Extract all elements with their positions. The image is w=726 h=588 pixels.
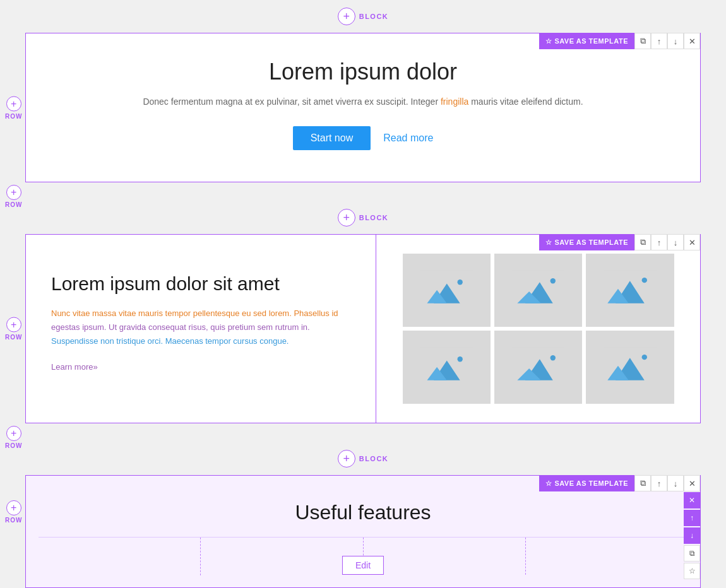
image-cell-2: [494, 254, 582, 327]
row-add-top-btn-2[interactable]: + ROW: [5, 317, 22, 341]
close-btn-3[interactable]: ✕: [684, 475, 700, 491]
block-label-top: BLOCK: [359, 13, 389, 20]
save-template-btn-1[interactable]: ☆ SAVE AS TEMPLATE: [539, 33, 634, 49]
page-wrapper: + BLOCK + ROW ☆ SAVE AS TEMPLATE ⧉ ↑ ↓: [0, 0, 726, 588]
block3-slot-4: [526, 538, 687, 575]
image-cell-5: [494, 331, 582, 404]
mountain-icon-1: [420, 268, 473, 312]
subtitle-orange: fringilla: [441, 97, 468, 107]
mountain-icon-3: [604, 268, 657, 312]
image-cell-4: [403, 331, 491, 404]
star-icon-3: ☆: [545, 479, 552, 488]
block2-toolbar: ☆ SAVE AS TEMPLATE ⧉ ↑ ↓ ✕: [539, 234, 700, 250]
svg-point-15: [457, 356, 462, 362]
row3-wrapper: + ROW ☆ SAVE AS TEMPLATE ⧉ ↑ ↓ ✕ Useful …: [25, 475, 701, 588]
save-template-btn-3[interactable]: ☆ SAVE AS TEMPLATE: [539, 475, 634, 491]
save-template-label-2: SAVE AS TEMPLATE: [554, 238, 628, 246]
down-btn-3[interactable]: ↓: [667, 475, 684, 491]
image-cell-3: [586, 254, 674, 327]
row-add-circle-top-2[interactable]: +: [6, 317, 21, 332]
save-template-label-1: SAVE AS TEMPLATE: [554, 37, 628, 45]
row-label-top-3: ROW: [5, 517, 22, 524]
read-more-link[interactable]: Read more: [383, 132, 433, 144]
block3-container: ☆ SAVE AS TEMPLATE ⧉ ↑ ↓ ✕ Useful featur…: [25, 475, 701, 588]
edit-btn[interactable]: Edit: [342, 556, 384, 575]
row-add-bottom-wrapper-1: + ROW: [25, 182, 701, 201]
row-add-circle-bottom-2[interactable]: +: [6, 426, 21, 441]
block2-left-col: Lorem ipsum dolor sit amet Nunc vitae ma…: [26, 235, 376, 423]
mountain-icon-6: [604, 345, 657, 389]
side-down-btn[interactable]: ↓: [684, 527, 700, 544]
block-separator-mid: + BLOCK: [0, 201, 726, 234]
block-label-mid: BLOCK: [359, 214, 389, 221]
copy-btn-2[interactable]: ⧉: [634, 234, 651, 250]
block3-wrapper: + ROW ☆ SAVE AS TEMPLATE ⧉ ↑ ↓ ✕ Useful …: [25, 475, 701, 588]
add-block-top-btn[interactable]: +: [338, 8, 355, 25]
block-label-lower: BLOCK: [359, 455, 389, 462]
close-btn-2[interactable]: ✕: [684, 234, 700, 250]
star-icon-1: ☆: [545, 37, 552, 45]
block2-title: Lorem ipsum dolor sit amet: [51, 273, 350, 295]
row-label-top: ROW: [5, 112, 22, 119]
up-btn-1[interactable]: ↑: [651, 33, 667, 49]
block3-slot-2: [201, 538, 363, 575]
add-block-lower-btn[interactable]: +: [338, 450, 355, 467]
learn-more-link[interactable]: Learn more»: [51, 362, 98, 372]
mountain-icon-2: [512, 268, 565, 312]
svg-point-23: [642, 355, 647, 360]
row-label-top-2: ROW: [5, 334, 22, 341]
block1-title: Lorem ipsum dolor: [64, 59, 662, 85]
edit-overlay: Edit: [342, 556, 384, 575]
up-btn-2[interactable]: ↑: [651, 234, 667, 250]
row-add-circle-bottom-1[interactable]: +: [6, 185, 21, 200]
block1-container: ☆ SAVE AS TEMPLATE ⧉ ↑ ↓ ✕ Lorem ipsum d…: [25, 33, 701, 182]
block3-slot-1: [39, 538, 201, 575]
block3-slot-3: [364, 538, 526, 575]
text-purple: egestas ipsum. Ut gravida consequat risu…: [51, 322, 310, 332]
start-now-btn[interactable]: Start now: [293, 126, 371, 150]
block1-toolbar: ☆ SAVE AS TEMPLATE ⧉ ↑ ↓ ✕: [539, 33, 700, 49]
block3-toolbar: ☆ SAVE AS TEMPLATE ⧉ ↑ ↓ ✕: [539, 475, 700, 491]
block3-title: Useful features: [39, 501, 687, 524]
side-copy-btn[interactable]: ⧉: [684, 545, 700, 562]
text-blue: Suspendisse non tristique orci. Maecenas…: [51, 336, 289, 346]
svg-point-11: [642, 278, 647, 283]
mountain-icon-5: [512, 345, 565, 389]
image-grid: [403, 254, 674, 404]
side-close-btn[interactable]: ✕: [684, 492, 700, 509]
save-template-btn-2[interactable]: ☆ SAVE AS TEMPLATE: [539, 234, 634, 250]
copy-btn-1[interactable]: ⧉: [634, 33, 651, 49]
block2-right-col: [376, 235, 700, 423]
side-up-btn[interactable]: ↑: [684, 510, 700, 526]
row1-top-wrapper: + ROW ☆ SAVE AS TEMPLATE ⧉ ↑ ↓ ✕ Lorem i…: [25, 33, 701, 182]
mountain-icon-4: [420, 345, 473, 389]
down-btn-1[interactable]: ↓: [667, 33, 684, 49]
block2-wrapper: + ROW ☆ SAVE AS TEMPLATE ⧉ ↑ ↓ ✕ Lo: [25, 234, 701, 442]
row2-top-wrapper: + ROW ☆ SAVE AS TEMPLATE ⧉ ↑ ↓ ✕ Lo: [25, 234, 701, 423]
text-orange: Nunc vitae massa vitae mauris tempor pel…: [51, 309, 338, 318]
svg-point-7: [550, 278, 555, 283]
block-separator-lower: + BLOCK: [0, 442, 726, 475]
block3-side-panel: ✕ ↑ ↓ ⧉ ☆: [684, 492, 700, 579]
block1-wrapper: + ROW ☆ SAVE AS TEMPLATE ⧉ ↑ ↓ ✕ Lorem i…: [25, 33, 701, 201]
svg-point-3: [457, 279, 462, 285]
side-star-btn[interactable]: ☆: [684, 563, 700, 579]
block1-subtitle: Donec fermentum magna at ex pulvinar, si…: [64, 95, 662, 109]
row-add-circle-top-3[interactable]: +: [6, 500, 21, 515]
image-cell-1: [403, 254, 491, 327]
svg-point-19: [550, 355, 555, 360]
block1-buttons: Start now Read more: [64, 126, 662, 150]
row-add-circle-top[interactable]: +: [6, 96, 21, 111]
block2-text: Nunc vitae massa vitae mauris tempor pel…: [51, 307, 350, 348]
image-cell-6: [586, 331, 674, 404]
add-block-mid-btn[interactable]: +: [338, 209, 355, 226]
close-btn-1[interactable]: ✕: [684, 33, 700, 49]
copy-btn-3[interactable]: ⧉: [634, 475, 651, 491]
block-separator-top: + BLOCK: [0, 0, 726, 33]
row-add-top-btn[interactable]: + ROW: [5, 96, 22, 119]
row-add-top-btn-3[interactable]: + ROW: [5, 500, 22, 524]
save-template-label-3: SAVE AS TEMPLATE: [554, 479, 628, 487]
down-btn-2[interactable]: ↓: [667, 234, 684, 250]
up-btn-3[interactable]: ↑: [651, 475, 667, 491]
star-icon-2: ☆: [545, 238, 552, 247]
